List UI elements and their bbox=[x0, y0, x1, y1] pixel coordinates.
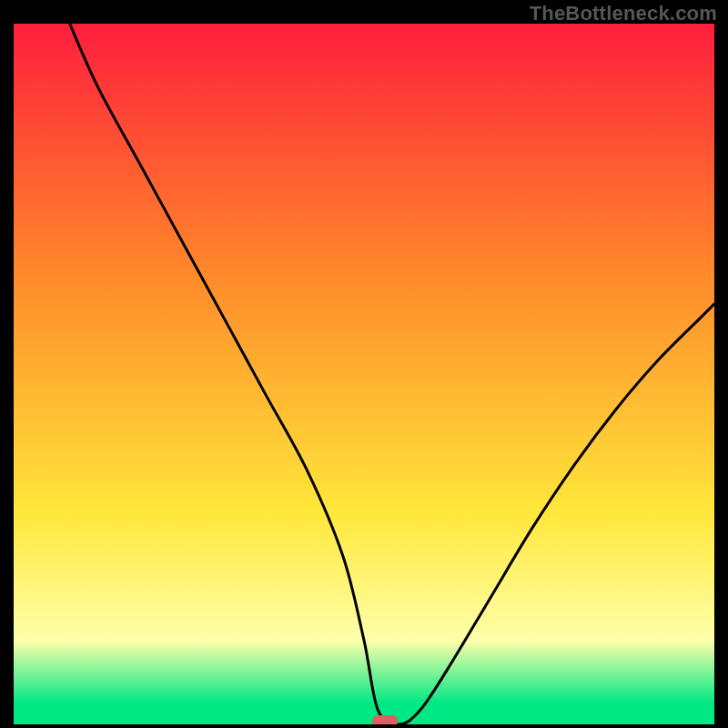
bottleneck-chart bbox=[14, 24, 714, 724]
optimal-marker bbox=[372, 715, 398, 724]
chart-frame: { "watermark": "TheBottleneck.com", "col… bbox=[0, 0, 728, 728]
watermark-text: TheBottleneck.com bbox=[530, 2, 717, 25]
